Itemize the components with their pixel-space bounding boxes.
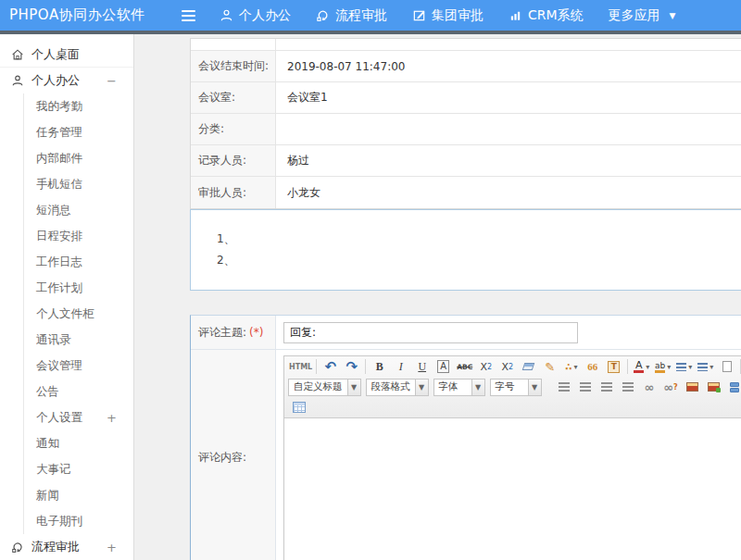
nav-more-apps[interactable]: 更多应用 ▼ xyxy=(609,7,676,24)
font-color-button[interactable]: A▾ xyxy=(632,357,651,376)
strikethrough-button[interactable]: ABC xyxy=(455,357,474,376)
unlink-icon: ∞ xyxy=(663,380,673,394)
caret-down-icon: ▼ xyxy=(415,380,428,395)
brush-icon: ✎ xyxy=(545,360,555,374)
ordered-list-button[interactable]: ▾ xyxy=(674,357,694,376)
align-left-button[interactable] xyxy=(555,378,574,396)
sidebar-item-short-message[interactable]: 短消息 xyxy=(24,197,133,223)
subscript-button[interactable]: X2 xyxy=(497,357,517,376)
sidebar-item-announcement[interactable]: 公告 xyxy=(24,379,133,404)
unlink-button[interactable]: ∞? xyxy=(661,378,681,396)
sidebar-submenu: 我的考勤 任务管理 内部邮件 手机短信 短消息 日程安排 工作日志 工作计划 个… xyxy=(23,93,133,534)
field-value: 会议室1 xyxy=(276,82,741,113)
caret-down-icon: ▾ xyxy=(667,363,671,371)
field-label: 分类: xyxy=(191,114,276,144)
sidebar-item-workflow-approval[interactable]: 流程审批 + xyxy=(0,534,133,560)
undo-button[interactable]: ↶ xyxy=(320,357,340,376)
field-label: 会议室: xyxy=(191,82,276,113)
new-page-button[interactable] xyxy=(717,357,736,376)
insert-table-button[interactable] xyxy=(289,398,308,417)
required-mark: (*) xyxy=(249,326,263,339)
main-content: 会议结束时间: 2019-08-07 11:47:00 会议室: 会议室1 分类… xyxy=(134,34,741,560)
field-label: 审批人员: xyxy=(191,177,276,208)
list-icon xyxy=(697,363,708,371)
heading-select[interactable]: 自定义标题▼ xyxy=(288,379,361,396)
sidebar-item-personal-office[interactable]: 个人办公 − xyxy=(0,68,133,93)
sidebar-item-e-journal[interactable]: 电子期刊 xyxy=(24,508,133,534)
highlight-color-button[interactable]: ab▾ xyxy=(653,357,672,376)
table-grid-icon xyxy=(293,402,306,413)
field-label: 记录人员: xyxy=(191,145,276,176)
link-icon: ∞ xyxy=(645,380,655,394)
flow-icon xyxy=(11,541,24,554)
align-left-icon xyxy=(559,382,570,392)
sidebar-item-schedule[interactable]: 日程安排 xyxy=(24,223,133,249)
redo-button[interactable]: ↷ xyxy=(342,357,361,376)
field-value xyxy=(276,114,741,144)
sidebar-item-meeting-management[interactable]: 会议管理 xyxy=(24,353,133,379)
expand-icon[interactable]: + xyxy=(107,411,117,425)
table-row-category: 分类: xyxy=(191,114,741,145)
bold-button[interactable]: B xyxy=(370,357,389,376)
sidebar-item-sms[interactable]: 手机短信 xyxy=(24,171,133,197)
remove-format-button[interactable] xyxy=(519,357,538,376)
sidebar-item-news[interactable]: 新闻 xyxy=(24,482,133,508)
sidebar-item-task-management[interactable]: 任务管理 xyxy=(24,119,133,145)
superscript-button[interactable]: X2 xyxy=(476,357,496,376)
caret-down-icon: ▾ xyxy=(688,363,692,371)
editor-content-area[interactable] xyxy=(284,418,741,560)
image-icon xyxy=(686,382,698,392)
source-code-button[interactable]: HTML xyxy=(289,357,312,376)
home-icon xyxy=(11,48,24,61)
table-row-meeting-room: 会议室: 会议室1 xyxy=(191,82,741,114)
sidebar-item-work-log[interactable]: 工作日志 xyxy=(24,249,133,275)
align-right-button[interactable] xyxy=(597,378,617,396)
comment-subject-input[interactable] xyxy=(283,322,578,343)
edit-icon xyxy=(412,8,426,22)
italic-button[interactable]: I xyxy=(391,357,410,376)
insert-module-button[interactable] xyxy=(725,378,741,396)
insert-link-button[interactable]: ∞ xyxy=(640,378,659,396)
caret-down-icon: ▾ xyxy=(646,363,649,371)
sidebar-item-notice[interactable]: 通知 xyxy=(24,430,133,456)
nav-crm-system[interactable]: CRM系统 xyxy=(509,7,584,24)
nav-workflow-approval[interactable]: 流程审批 xyxy=(316,7,387,24)
underline-button[interactable]: U xyxy=(412,357,432,376)
sidebar-item-events[interactable]: 大事记 xyxy=(24,456,133,482)
nav-personal-office[interactable]: 个人办公 xyxy=(220,7,291,24)
font-style-button[interactable]: A xyxy=(433,357,453,376)
paste-as-text-button[interactable]: T xyxy=(604,357,623,376)
sidebar-item-personal-settings[interactable]: 个人设置 + xyxy=(24,404,133,430)
field-label: 会议结束时间: xyxy=(191,51,276,81)
justify-button[interactable] xyxy=(619,378,638,396)
sidebar-item-attendance[interactable]: 我的考勤 xyxy=(24,93,133,119)
nav-group-approval[interactable]: 集团审批 xyxy=(412,7,484,24)
meeting-detail-table: 会议结束时间: 2019-08-07 11:47:00 会议室: 会议室1 分类… xyxy=(190,38,741,209)
expand-icon[interactable]: + xyxy=(107,541,117,554)
sidebar-item-internal-mail[interactable]: 内部邮件 xyxy=(24,145,133,171)
caret-down-icon: ▾ xyxy=(710,363,713,371)
caret-down-icon: ▼ xyxy=(347,380,360,395)
caret-down-icon: ▼ xyxy=(670,11,676,20)
quick-format-button[interactable]: ∴▾ xyxy=(561,357,581,376)
collapse-icon[interactable]: − xyxy=(107,74,117,88)
format-painter-button[interactable]: ✎ xyxy=(540,357,559,376)
field-value: 2019-08-07 11:47:00 xyxy=(276,51,741,81)
font-family-select[interactable]: 字体▼ xyxy=(433,379,485,396)
editor-toolbar: HTML ↶ ↷ B I U A ABC X2 xyxy=(284,356,741,418)
sidebar-item-desktop[interactable]: 个人桌面 xyxy=(0,42,133,68)
sidebar-item-work-plan[interactable]: 工作计划 xyxy=(24,275,133,301)
insert-image-button[interactable] xyxy=(683,378,702,396)
list-icon xyxy=(676,363,686,371)
unordered-list-button[interactable]: ▾ xyxy=(696,357,715,376)
sidebar-item-contacts[interactable]: 通讯录 xyxy=(24,327,133,353)
caret-down-icon: ▼ xyxy=(471,380,484,395)
upload-image-button[interactable] xyxy=(704,378,723,396)
font-size-select[interactable]: 字号▼ xyxy=(490,379,542,396)
sidebar-item-file-cabinet[interactable]: 个人文件柜 xyxy=(24,301,133,327)
paragraph-format-select[interactable]: 段落格式▼ xyxy=(366,379,429,396)
align-center-button[interactable] xyxy=(576,378,596,396)
hamburger-menu-icon[interactable] xyxy=(182,10,195,21)
flow-icon xyxy=(316,8,330,22)
blockquote-button[interactable]: 66 xyxy=(583,357,602,376)
